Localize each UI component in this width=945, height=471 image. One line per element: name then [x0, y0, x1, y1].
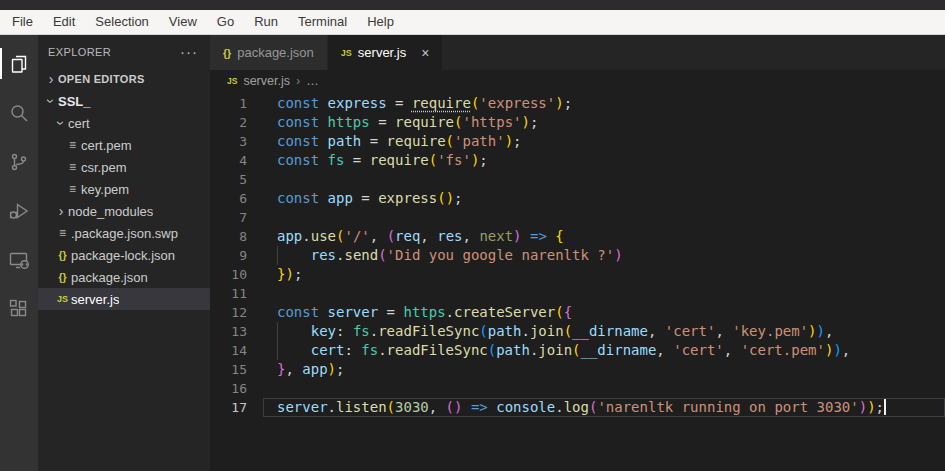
tree-item--package-json-swp[interactable]: ≡.package.json.swp: [38, 222, 210, 244]
code-line[interactable]: 14 cert: fs.readFileSync(path.join(__dir…: [210, 341, 945, 360]
line-number[interactable]: 3: [210, 132, 247, 151]
file-file-icon: ≡: [64, 160, 81, 174]
remote-explorer-icon[interactable]: [0, 235, 38, 284]
tree-item-ssl-[interactable]: ›SSL_: [38, 90, 210, 112]
tree-item-key-pem[interactable]: ≡key.pem: [38, 178, 210, 200]
code-line[interactable]: 1const express = require('express');: [210, 94, 945, 113]
file-file-icon: ≡: [64, 182, 81, 196]
menu-item-edit[interactable]: Edit: [43, 10, 85, 34]
tree-item-package-json[interactable]: {}package.json: [38, 266, 210, 288]
menu-bar: FileEditSelectionViewGoRunTerminalHelp: [0, 10, 945, 35]
line-number[interactable]: 4: [210, 151, 247, 170]
close-icon[interactable]: ×: [421, 46, 429, 60]
code-line[interactable]: 9 res.send('Did you google narenltk ?'): [210, 246, 945, 265]
line-number[interactable]: 11: [210, 284, 247, 303]
chevron-down-icon: ›: [44, 94, 58, 108]
indent-guide: [277, 322, 278, 341]
tree-item-server-js[interactable]: JSserver.js: [38, 288, 210, 310]
tree-item-label: cert.pem: [81, 138, 132, 153]
line-content: res.send('Did you google narenltk ?'): [247, 246, 623, 265]
open-editors-section[interactable]: › OPEN EDITORS: [38, 68, 210, 90]
code-line[interactable]: 3const path = require('path');: [210, 132, 945, 151]
js-file-icon: JS: [54, 294, 71, 304]
line-content: key: fs.readFileSync(path.join(__dirname…: [247, 322, 833, 341]
line-number[interactable]: 7: [210, 208, 247, 227]
tree-item-label: server.js: [71, 292, 119, 307]
activity-bar: [0, 35, 38, 471]
code-line[interactable]: 16: [210, 379, 945, 398]
tree-item-package-lock-json[interactable]: {}package-lock.json: [38, 244, 210, 266]
line-content: }, app);: [247, 360, 344, 379]
line-content: const path = require('path');: [247, 132, 522, 151]
explorer-icon[interactable]: [0, 39, 38, 88]
code-line[interactable]: 15}, app);: [210, 360, 945, 379]
line-number[interactable]: 9: [210, 246, 247, 265]
code-line[interactable]: 6const app = express();: [210, 189, 945, 208]
file-file-icon: ≡: [54, 226, 71, 240]
window-top-strip: [0, 0, 945, 10]
line-number[interactable]: 14: [210, 341, 247, 360]
tree-item-label: cert: [68, 116, 90, 131]
code-line[interactable]: 11: [210, 284, 945, 303]
breadcrumb-separator-icon: ›: [296, 74, 300, 88]
code-line[interactable]: 4const fs = require('fs');: [210, 151, 945, 170]
menu-item-help[interactable]: Help: [357, 10, 404, 34]
extensions-icon[interactable]: [0, 284, 38, 333]
menu-item-terminal[interactable]: Terminal: [288, 10, 357, 34]
tab-bar: {}package.jsonJSserver.js×: [210, 35, 945, 70]
more-actions-icon[interactable]: ···: [180, 43, 198, 60]
indent-guide: [277, 246, 278, 265]
line-content: [247, 379, 277, 398]
tab-package-json[interactable]: {}package.json: [210, 35, 328, 70]
file-file-icon: ≡: [64, 138, 81, 152]
explorer-sidebar: EXPLORER ··· › OPEN EDITORS ›SSL_›cert≡c…: [38, 35, 210, 471]
tree-item-label: package.json: [71, 270, 148, 285]
menu-item-selection[interactable]: Selection: [85, 10, 158, 34]
run-and-debug-icon[interactable]: [0, 186, 38, 235]
line-number[interactable]: 5: [210, 170, 247, 189]
line-number[interactable]: 2: [210, 113, 247, 132]
search-icon[interactable]: [0, 88, 38, 137]
line-number[interactable]: 10: [210, 265, 247, 284]
line-content: [247, 208, 277, 227]
code-line[interactable]: 13 key: fs.readFileSync(path.join(__dirn…: [210, 322, 945, 341]
code-line[interactable]: 5: [210, 170, 945, 189]
line-content: const fs = require('fs');: [247, 151, 488, 170]
menu-item-go[interactable]: Go: [207, 10, 244, 34]
line-number[interactable]: 16: [210, 379, 247, 398]
line-number[interactable]: 12: [210, 303, 247, 322]
code-line[interactable]: 12const server = https.createServer({: [210, 303, 945, 322]
breadcrumb-file[interactable]: server.js: [243, 74, 290, 88]
menu-item-view[interactable]: View: [159, 10, 207, 34]
code-line[interactable]: 7: [210, 208, 945, 227]
tab-server-js[interactable]: JSserver.js×: [328, 35, 444, 70]
code-line[interactable]: 2const https = require('https');: [210, 113, 945, 132]
line-number[interactable]: 17: [210, 398, 247, 417]
menu-item-file[interactable]: File: [2, 10, 43, 34]
code-line[interactable]: 8app.use('/', (req, res, next) => {: [210, 227, 945, 246]
code-editor[interactable]: 1const express = require('express');2con…: [210, 92, 945, 471]
line-content: const express = require('express');: [247, 94, 572, 113]
workbench: EXPLORER ··· › OPEN EDITORS ›SSL_›cert≡c…: [0, 35, 945, 471]
line-number[interactable]: 6: [210, 189, 247, 208]
tab-label: server.js: [358, 45, 406, 60]
line-number[interactable]: 15: [210, 360, 247, 379]
tree-item-node-modules[interactable]: ›node_modules: [38, 200, 210, 222]
text-cursor: [884, 399, 886, 415]
menu-item-run[interactable]: Run: [244, 10, 288, 34]
file-tree: ›SSL_›cert≡cert.pem≡csr.pem≡key.pem›node…: [38, 90, 210, 310]
breadcrumb-symbol[interactable]: …: [306, 74, 319, 88]
line-content: cert: fs.readFileSync(path.join(__dirnam…: [247, 341, 850, 360]
tree-item-cert-pem[interactable]: ≡cert.pem: [38, 134, 210, 156]
line-content: });: [247, 265, 302, 284]
json-file-icon: {}: [223, 47, 231, 59]
code-line[interactable]: 10});: [210, 265, 945, 284]
line-content: const server = https.createServer({: [247, 303, 572, 322]
line-number[interactable]: 13: [210, 322, 247, 341]
line-number[interactable]: 1: [210, 94, 247, 113]
tree-item-cert[interactable]: ›cert: [38, 112, 210, 134]
source-control-icon[interactable]: [0, 137, 38, 186]
line-number[interactable]: 8: [210, 227, 247, 246]
tree-item-csr-pem[interactable]: ≡csr.pem: [38, 156, 210, 178]
code-line[interactable]: 17server.listen(3030, () => console.log(…: [210, 398, 945, 417]
